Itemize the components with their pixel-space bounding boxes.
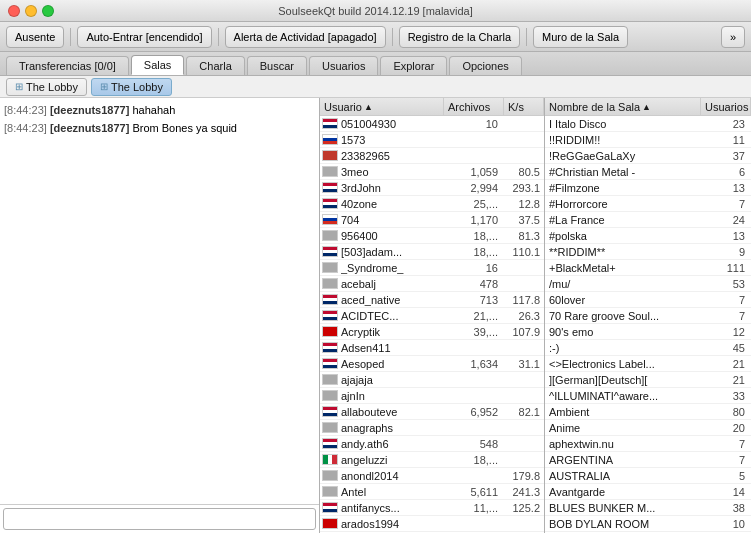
- tab-opciones[interactable]: Opciones: [449, 56, 521, 75]
- user-row[interactable]: arados1994: [320, 516, 544, 532]
- room-row[interactable]: BOB DYLAN ROOM10: [545, 516, 751, 532]
- close-button[interactable]: [8, 5, 20, 17]
- user-row[interactable]: aced_native713117.8: [320, 292, 544, 308]
- room-row[interactable]: ^ILLUMINATI^aware...33: [545, 388, 751, 404]
- tab-usuarios[interactable]: Usuarios: [309, 56, 378, 75]
- room-row[interactable]: 70 Rare groove Soul...7: [545, 308, 751, 324]
- user-archive-count: 5,611: [442, 486, 502, 498]
- col-header-room-users[interactable]: Usuarios: [701, 98, 751, 115]
- user-row[interactable]: ACIDTEC...21,...26.3: [320, 308, 544, 324]
- user-row[interactable]: 1573: [320, 132, 544, 148]
- user-name: 956400: [341, 230, 442, 242]
- user-row[interactable]: 3meo1,05980.5: [320, 164, 544, 180]
- room-name: #Horrorcore: [547, 198, 699, 210]
- user-name: andy.ath6: [341, 438, 442, 450]
- room-row[interactable]: AUSTRALIA5: [545, 468, 751, 484]
- user-row[interactable]: andy.ath6548: [320, 436, 544, 452]
- user-row[interactable]: ajnIn: [320, 388, 544, 404]
- user-row[interactable]: Aesoped1,63431.1: [320, 356, 544, 372]
- room-row[interactable]: Anime20: [545, 420, 751, 436]
- user-flag-icon: [322, 326, 338, 337]
- user-flag-icon: [322, 470, 338, 481]
- room-row[interactable]: **RIDDIM**9: [545, 244, 751, 260]
- user-name: ACIDTEC...: [341, 310, 442, 322]
- tab-salas[interactable]: Salas: [131, 55, 185, 75]
- room-row[interactable]: +BlackMetal+111: [545, 260, 751, 276]
- room-name: /mu/: [547, 278, 699, 290]
- user-row[interactable]: _Syndrome_16: [320, 260, 544, 276]
- user-row[interactable]: [503]adam...18,...110.1: [320, 244, 544, 260]
- traffic-lights[interactable]: [8, 5, 54, 17]
- col-header-ks[interactable]: K/s: [504, 98, 544, 115]
- maximize-button[interactable]: [42, 5, 54, 17]
- room-row[interactable]: aphextwin.nu7: [545, 436, 751, 452]
- user-row[interactable]: ajajaja: [320, 372, 544, 388]
- room-row[interactable]: 90's emo12: [545, 324, 751, 340]
- sub-tab-lobby-1[interactable]: ⊞ The Lobby: [6, 78, 87, 96]
- user-row[interactable]: 40zone25,...12.8: [320, 196, 544, 212]
- user-row[interactable]: 05100493010: [320, 116, 544, 132]
- col-header-room-name[interactable]: Nombre de la Sala ▲: [545, 98, 701, 115]
- user-row[interactable]: acebalj478: [320, 276, 544, 292]
- room-row[interactable]: /mu/53: [545, 276, 751, 292]
- room-row[interactable]: #Filmzone13: [545, 180, 751, 196]
- user-row[interactable]: anagraphs: [320, 420, 544, 436]
- room-name: #polska: [547, 230, 699, 242]
- room-row[interactable]: !!RIDDIM!!11: [545, 132, 751, 148]
- tab-explorar[interactable]: Explorar: [380, 56, 447, 75]
- toolbar-separator-3: [392, 28, 393, 46]
- room-row[interactable]: #Christian Metal -6: [545, 164, 751, 180]
- room-row[interactable]: #La France24: [545, 212, 751, 228]
- room-row[interactable]: 60lover7: [545, 292, 751, 308]
- room-row[interactable]: ARGENTINA7: [545, 452, 751, 468]
- user-row[interactable]: 95640018,...81.3: [320, 228, 544, 244]
- tab-buscar[interactable]: Buscar: [247, 56, 307, 75]
- sub-tab-lobby-2[interactable]: ⊞ The Lobby: [91, 78, 172, 96]
- room-icon-1: ⊞: [15, 81, 23, 92]
- col-header-user[interactable]: Usuario ▲: [320, 98, 444, 115]
- room-row[interactable]: :-)45: [545, 340, 751, 356]
- room-user-count: 111: [699, 262, 749, 274]
- main-content: [8:44:23] [deeznuts1877] hahahah [8:44:2…: [0, 98, 751, 533]
- room-row[interactable]: ][German][Deutsch][21: [545, 372, 751, 388]
- room-user-count: 21: [699, 358, 749, 370]
- minimize-button[interactable]: [25, 5, 37, 17]
- user-row[interactable]: anondl2014179.8: [320, 468, 544, 484]
- room-row[interactable]: <>Electronics Label...21: [545, 356, 751, 372]
- user-row[interactable]: allabouteve6,95282.1: [320, 404, 544, 420]
- room-user-count: 9: [699, 246, 749, 258]
- room-row[interactable]: #Horrorcore7: [545, 196, 751, 212]
- user-archive-count: 11,...: [442, 502, 502, 514]
- user-row[interactable]: angeluzzi18,...: [320, 452, 544, 468]
- user-row[interactable]: Antel5,611241.3: [320, 484, 544, 500]
- user-row[interactable]: 3rdJohn2,994293.1: [320, 180, 544, 196]
- room-row[interactable]: BLUES BUNKER M...38: [545, 500, 751, 516]
- absent-button[interactable]: Ausente: [6, 26, 64, 48]
- user-row[interactable]: 7041,17037.5: [320, 212, 544, 228]
- tab-charla[interactable]: Charla: [186, 56, 244, 75]
- user-row[interactable]: 23382965: [320, 148, 544, 164]
- user-archive-count: 1,170: [442, 214, 502, 226]
- room-list-body: I Italo Disco23!!RIDDIM!!11!ReGGaeGaLaXy…: [545, 116, 751, 533]
- room-user-count: 10: [699, 518, 749, 530]
- expand-button[interactable]: »: [721, 26, 745, 48]
- chat-input[interactable]: [3, 508, 316, 530]
- room-name: **RIDDIM**: [547, 246, 699, 258]
- user-flag-icon: [322, 166, 338, 177]
- user-row[interactable]: Acryptik39,...107.9: [320, 324, 544, 340]
- tab-transferencias[interactable]: Transferencias [0/0]: [6, 56, 129, 75]
- room-row[interactable]: Avantgarde14: [545, 484, 751, 500]
- sort-arrow-room: ▲: [642, 102, 651, 112]
- room-row[interactable]: I Italo Disco23: [545, 116, 751, 132]
- autoenter-button[interactable]: Auto-Entrar [encendido]: [77, 26, 211, 48]
- chatlog-button[interactable]: Registro de la Charla: [399, 26, 520, 48]
- wall-button[interactable]: Muro de la Sala: [533, 26, 628, 48]
- room-row[interactable]: !ReGGaeGaLaXy37: [545, 148, 751, 164]
- col-header-archives[interactable]: Archivos: [444, 98, 504, 115]
- alert-button[interactable]: Alerta de Actividad [apagado]: [225, 26, 386, 48]
- user-name: anondl2014: [341, 470, 442, 482]
- user-row[interactable]: antifanycs...11,...125.2: [320, 500, 544, 516]
- room-row[interactable]: Ambient80: [545, 404, 751, 420]
- user-row[interactable]: Adsen411: [320, 340, 544, 356]
- room-row[interactable]: #polska13: [545, 228, 751, 244]
